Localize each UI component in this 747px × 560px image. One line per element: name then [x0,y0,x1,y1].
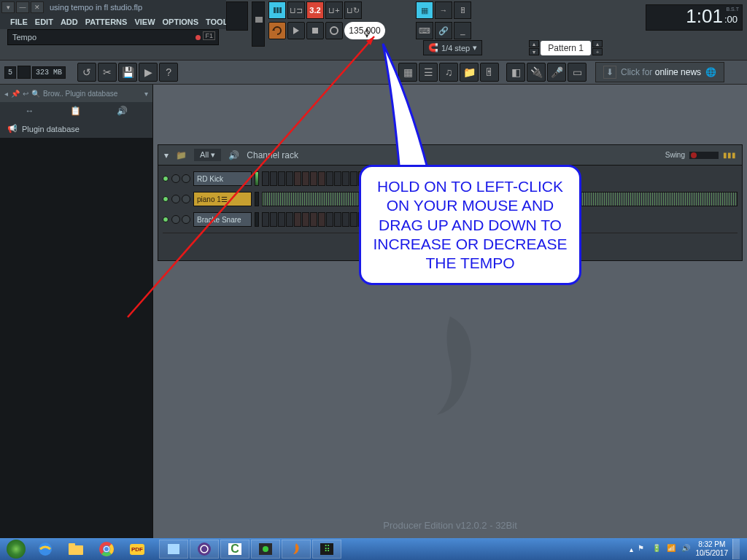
loop-recording-button[interactable]: ⊔↻ [344,1,362,19]
taskbar-ie[interactable] [31,540,60,559]
channel-vol-knob[interactable] [182,174,190,183]
window-menu-button[interactable]: ▾ [1,1,15,13]
song-mode-button[interactable]: ⊔⊐ [287,1,305,19]
channel-name-button[interactable]: piano 1 ☰ [193,192,252,206]
start-button[interactable] [3,539,29,559]
pattern-next-button[interactable]: ▾ [529,48,539,55]
back-icon[interactable]: ↩ [23,90,28,98]
plugin-button[interactable]: 🔌 [527,63,546,82]
show-desktop-button[interactable] [732,539,740,559]
menu-add[interactable]: ADD [58,16,81,28]
step-display-icon[interactable]: ▮▮▮ [723,151,736,159]
taskbar-camtasia[interactable] [251,540,280,559]
project-filename: using tempo in fl studio.flp [50,3,142,12]
browser-window-button[interactable]: 📁 [460,63,479,82]
sidebar-item-plugin-db[interactable]: 📢 Plugin database [0,120,152,138]
taskbar-app1[interactable] [159,540,188,559]
render-button[interactable]: ▶ [139,63,158,82]
piano-roll-view-button[interactable]: → [435,1,452,19]
undo-history-button[interactable]: ↺ [77,63,96,82]
countdown-button[interactable]: 3.2 [306,1,324,19]
refresh-icon[interactable]: 🔍 [31,90,40,98]
pattern-add-button[interactable]: + [592,48,603,55]
menu-patterns[interactable]: PATTERNS [82,16,131,28]
channel-name-button[interactable]: RD Kick [193,171,252,186]
mixer-view-button[interactable]: 🎚 [454,1,471,19]
channel-activity-meter [255,192,259,206]
network-icon[interactable]: 📶 [667,544,677,554]
record-button[interactable] [325,22,343,39]
menu-options[interactable]: OPTIONS [160,16,202,28]
battery-icon[interactable]: 🔋 [652,544,662,554]
typing-keyboard-button[interactable]: ⌨ [416,22,433,39]
taskbar-pdf[interactable]: PDF [123,540,152,559]
snap-selector[interactable]: 🧲 1/4 step ▾ [423,40,482,55]
channel-mute-led[interactable] [163,196,169,202]
taskbar-app3[interactable]: ⠿ [312,540,341,559]
channel-vol-knob[interactable] [182,215,190,224]
menu-view[interactable]: VIEW [131,16,158,28]
chevron-down-icon[interactable]: ▾ [144,90,148,98]
volume-icon[interactable]: 🔊 [681,544,692,554]
browser-header: ◂ 📌 ↩ 🔍 Brow.. Plugin database ▾ [0,85,152,102]
save-button[interactable]: 💾 [118,63,137,82]
playlist-window-button[interactable]: ▦ [398,63,417,82]
cpu-meter: 5 323 MB [4,66,66,79]
collapse-icon[interactable]: ◂ [4,90,8,98]
news-panel[interactable]: ⬇ Click for online news 🌐 [595,62,724,82]
cut-button[interactable]: ✂ [98,63,117,82]
flag-icon[interactable]: ⚑ [638,544,648,554]
channel-pan-knob[interactable] [171,195,180,203]
arrange-windows-button[interactable]: ▭ [568,63,587,82]
folder-icon[interactable]: 📁 [176,150,187,160]
svg-rect-3 [312,28,318,34]
window-minimize-button[interactable]: — [16,1,29,13]
channel-mute-led[interactable] [163,217,169,222]
window-close-button[interactable]: ✕ [31,1,44,13]
channel-vol-knob[interactable] [182,195,190,203]
stop-button[interactable] [306,22,324,39]
channel-pan-knob[interactable] [171,215,180,224]
piano-roll-window-button[interactable]: ♫ [439,63,458,82]
taskbar-bittorrent[interactable] [190,540,219,559]
taskbar-explorer[interactable] [61,540,90,559]
channel-mute-led[interactable] [163,176,169,182]
pin-icon[interactable]: 📌 [11,90,20,98]
taskbar-flstudio[interactable] [282,540,311,559]
version-label: Producer Edition v12.0.2 - 32Bit [383,520,517,531]
channel-filter[interactable]: All ▾ [194,149,221,161]
sound-icon: 🔊 [228,150,239,160]
taskbar-app2[interactable]: C [220,540,249,559]
swing-slider[interactable] [689,152,719,159]
close-windows-button[interactable]: ◧ [506,63,525,82]
blend-recording-button[interactable]: ⊔+ [325,1,343,19]
time-display[interactable]: 1 : 01 :00 B.S.T [646,4,743,31]
tempo-value[interactable]: 135.000 [344,22,385,39]
menu-file[interactable]: FILE [7,16,31,28]
chevron-down-icon: ▾ [473,43,477,52]
channel-name-button[interactable]: Bracke Snare [193,212,252,227]
master-volume-slider[interactable] [252,1,265,47]
link-button[interactable]: 🔗 [435,22,452,39]
playlist-view-button[interactable]: ▦ [416,1,433,19]
menu-edit[interactable]: EDIT [32,16,56,28]
mixer-window-button[interactable]: 🎚 [480,63,499,82]
tray-clock[interactable]: 8:32 PM 10/5/2017 [696,540,729,558]
debug-button[interactable]: ⎯ [454,22,471,39]
tempo-tap-button[interactable]: 🎤 [547,63,566,82]
tray-expand-icon[interactable]: ▴ [630,545,633,553]
step-seq-window-button[interactable]: ☰ [419,63,438,82]
pattern-prev-button[interactable]: ▴ [529,40,539,47]
play-button[interactable] [287,22,305,39]
pattern-mode-button[interactable] [268,1,286,19]
toggle-loop-button[interactable] [268,22,286,39]
help-button[interactable]: ? [159,63,178,82]
pattern-spin-up[interactable]: ▴ [592,40,603,47]
pattern-selector[interactable]: Pattern 1 [541,41,591,55]
taskbar-chrome[interactable] [92,540,121,559]
audio-preview-icon[interactable]: 🔊 [117,106,128,116]
chevron-down-icon[interactable]: ▾ [164,150,169,160]
channel-pan-knob[interactable] [171,174,180,183]
collapse-all-icon[interactable]: ↔ [26,106,34,116]
copy-icon[interactable]: 📋 [70,106,81,116]
